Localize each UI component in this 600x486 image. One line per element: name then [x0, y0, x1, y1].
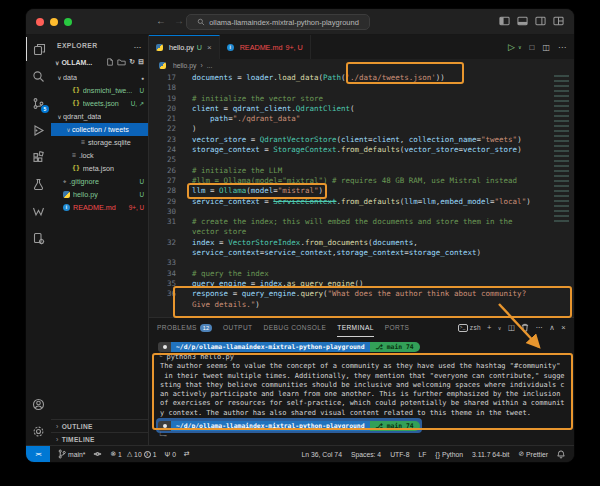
search-view-icon[interactable]	[26, 64, 51, 88]
layout-icon[interactable]: □	[530, 43, 535, 52]
tree-item[interactable]: iREADME.md9+, U	[51, 201, 148, 214]
code-editor[interactable]: 17documents = loader.load_data(Path('./d…	[149, 71, 574, 317]
code-line[interactable]: 35query_engine = index.as_query_engine()	[149, 279, 574, 289]
command-center-search[interactable]: ollama-llamaindex-mixtral-python-playgro…	[186, 14, 370, 30]
code-line[interactable]: 19# initialize the vector store	[149, 94, 574, 104]
toggle-sidebar-right-icon[interactable]	[535, 16, 546, 26]
code-line[interactable]: service_context=service_context,storage_…	[149, 248, 574, 258]
terminal[interactable]: ~/d/p/ollama-llamaindex-mixtral-python-p…	[149, 337, 574, 441]
maximize-panel-icon[interactable]: ∧	[549, 323, 555, 332]
code-line[interactable]: 21 path="./qdrant_data"	[149, 114, 574, 124]
new-terminal-icon[interactable]: +	[487, 323, 492, 332]
branch-status[interactable]: main*	[58, 449, 85, 459]
code-line[interactable]: 33	[149, 258, 574, 268]
python-interpreter[interactable]: 3.11.7 64-bit	[472, 451, 509, 458]
code-line[interactable]: 27#llm = Ollama(model="mixtral") # requi…	[149, 176, 574, 186]
tree-item[interactable]: ≡storage.sqlite	[51, 136, 148, 149]
outline-section[interactable]: › OUTLINE	[51, 419, 148, 432]
new-folder-icon[interactable]	[117, 58, 126, 66]
settings-gear-icon[interactable]	[26, 419, 51, 443]
panel-tab-ports[interactable]: PORTS	[385, 318, 410, 337]
code-line[interactable]: 20client = qdrant_client.QdrantClient(	[149, 104, 574, 114]
cursor-position[interactable]: Ln 36, Col 74	[301, 451, 341, 458]
tab-readme-md[interactable]: i README.md 9+, U	[220, 35, 311, 59]
tree-item[interactable]: {}meta.json	[51, 162, 148, 175]
panel-tab-output[interactable]: OUTPUT	[223, 318, 253, 337]
code-line[interactable]: 30	[149, 207, 574, 217]
code-line[interactable]: 23vector_store = QdrantVectorStore(clien…	[149, 135, 574, 145]
code-line[interactable]: 36response = query_engine.query("What do…	[149, 289, 574, 299]
more-actions-icon[interactable]: ⋯	[558, 43, 566, 52]
toggle-panel-icon[interactable]	[517, 16, 528, 26]
zoom-window-button[interactable]	[64, 18, 72, 26]
tree-item[interactable]: {}dnsmichi_twe...U	[51, 84, 148, 97]
language-mode[interactable]: {}Python	[435, 451, 463, 458]
eol[interactable]: LF	[418, 451, 426, 458]
remote-indicator[interactable]: ><	[26, 446, 50, 462]
code-line[interactable]: 34# query the index	[149, 269, 574, 279]
source-control-icon[interactable]: 5	[26, 91, 51, 115]
panel-tab-problems[interactable]: PROBLEMS12	[157, 318, 212, 337]
panel-tab-terminal[interactable]: TERMINAL	[337, 318, 374, 337]
close-tab-icon[interactable]: ×	[207, 43, 212, 52]
split-editor-icon[interactable]: ◫	[542, 43, 550, 52]
code-line[interactable]: 32index = VectorStoreIndex.from_document…	[149, 238, 574, 248]
bell-icon[interactable]	[557, 450, 565, 459]
customize-layout-icon[interactable]	[553, 16, 564, 26]
run-debug-icon[interactable]	[26, 118, 51, 142]
encoding[interactable]: UTF-8	[390, 451, 409, 458]
sync-status[interactable]: ⇄	[184, 450, 190, 458]
code-line[interactable]: 28llm = Ollama(model="mistral")	[149, 186, 574, 196]
tree-item[interactable]: ◆.gitignoreU	[51, 175, 148, 188]
tree-item[interactable]: {}tweets.jsonU, ↗	[51, 97, 148, 110]
tree-item[interactable]: ≡.lock	[51, 149, 148, 162]
run-dropdown-icon[interactable]: ∨	[518, 44, 522, 50]
more-icon[interactable]: ⋯	[535, 323, 543, 332]
file-gear-icon[interactable]	[26, 226, 51, 250]
timeline-section[interactable]: › TIMELINE	[51, 432, 148, 445]
minimap[interactable]	[551, 73, 574, 313]
explorer-more-icon[interactable]: …	[134, 41, 142, 50]
code-line[interactable]: 17documents = loader.load_data(Path('./d…	[149, 73, 574, 83]
breadcrumb[interactable]: hello.py › ...	[149, 59, 574, 71]
account-icon[interactable]	[26, 392, 51, 416]
refresh-icon[interactable]: ↻	[129, 58, 135, 66]
code-line[interactable]: 22)	[149, 124, 574, 134]
tree-item[interactable]: ∨collection / tweets	[51, 123, 148, 136]
terminal-dropdown-icon[interactable]: ∨	[498, 325, 502, 331]
extensions-icon[interactable]	[26, 145, 51, 169]
code-line[interactable]: 18	[149, 83, 574, 93]
formatter-status[interactable]: ⊘Prettier	[518, 450, 548, 458]
testing-flask-icon[interactable]	[26, 172, 51, 196]
tab-hello-py[interactable]: hello.py U ×	[149, 35, 220, 59]
code-line[interactable]: vector store	[149, 227, 574, 237]
eye-status[interactable]	[93, 450, 102, 458]
tree-item[interactable]: hello.pyU	[51, 188, 148, 201]
ports-status[interactable]: Ψ0	[164, 451, 175, 458]
explorer-icon[interactable]	[26, 37, 51, 61]
collapse-all-icon[interactable]: ⊟	[138, 58, 144, 66]
code-line[interactable]: 29service_context = ServiceContext.from_…	[149, 197, 574, 207]
tree-item[interactable]: ∨qdrant_data	[51, 110, 148, 123]
new-file-icon[interactable]	[106, 58, 114, 66]
minimize-window-button[interactable]	[50, 18, 58, 26]
workspace-root[interactable]: ∨ OLLAM... ↻ ⊟	[51, 55, 148, 69]
close-panel-icon[interactable]: ×	[561, 323, 566, 332]
close-window-button[interactable]	[36, 18, 44, 26]
code-line[interactable]: Give details.")	[149, 300, 574, 310]
problems-status[interactable]: ⊗1 △10 i1	[110, 450, 156, 458]
code-line[interactable]: 26# initialize the LLM	[149, 166, 574, 176]
run-python-file-button[interactable]: ▷	[508, 42, 515, 52]
code-line[interactable]: 31# create the index; this will embed th…	[149, 217, 574, 227]
gitlab-icon[interactable]	[26, 199, 51, 223]
shell-selector[interactable]: >_zsh	[458, 324, 481, 332]
split-terminal-icon[interactable]: ◫	[508, 323, 516, 332]
code-line[interactable]: 25	[149, 155, 574, 165]
tree-item[interactable]: ∨data●	[51, 71, 148, 84]
toggle-sidebar-left-icon[interactable]	[499, 16, 510, 26]
panel-tab-debug-console[interactable]: DEBUG CONSOLE	[263, 318, 326, 337]
forward-icon[interactable]: →	[174, 15, 184, 26]
back-icon[interactable]: ←	[156, 15, 166, 26]
kill-terminal-icon[interactable]	[521, 323, 529, 332]
code-line[interactable]: 24storage_context = StorageContext.from_…	[149, 145, 574, 155]
